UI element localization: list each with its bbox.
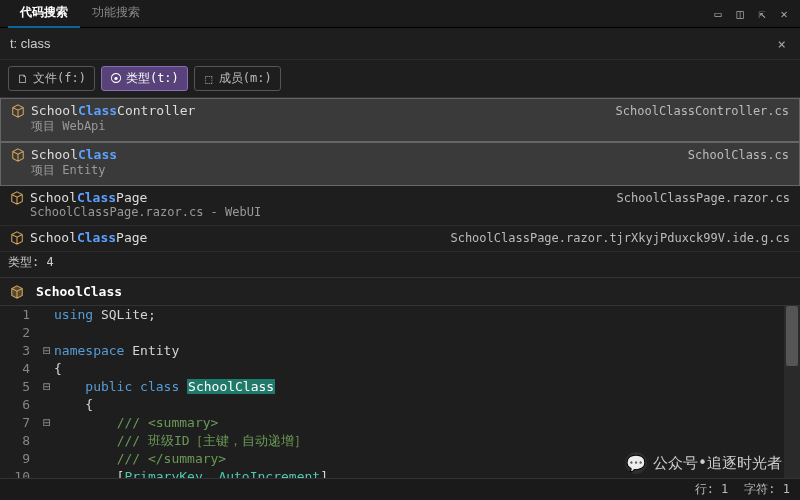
line-number: 7 <box>4 414 40 432</box>
class-icon <box>10 231 24 245</box>
title-bar: 代码搜索 功能搜索 ▭ ◫ ⇱ ✕ <box>0 0 800 28</box>
fold-toggle <box>40 450 54 468</box>
preview-title: SchoolClass <box>36 284 122 299</box>
class-icon <box>11 148 25 162</box>
fold-toggle <box>40 324 54 342</box>
line-number: 6 <box>4 396 40 414</box>
split-icon[interactable]: ◫ <box>732 6 748 22</box>
tab-feature-search[interactable]: 功能搜索 <box>80 0 152 28</box>
filter-type-label: 类型(t:) <box>126 70 179 87</box>
result-name: SchoolClassController <box>31 103 195 118</box>
fold-toggle <box>40 432 54 450</box>
fold-toggle <box>40 360 54 378</box>
scrollbar[interactable] <box>784 306 800 500</box>
code-line: 3⊟namespace Entity <box>4 342 774 360</box>
fold-toggle <box>40 396 54 414</box>
class-icon <box>10 191 24 205</box>
class-icon <box>10 285 24 299</box>
line-number: 4 <box>4 360 40 378</box>
status-char: 字符: 1 <box>744 481 790 498</box>
code-line: 9 /// </summary> <box>4 450 774 468</box>
scroll-thumb[interactable] <box>786 306 798 366</box>
window-controls: ▭ ◫ ⇱ ✕ <box>710 6 792 22</box>
class-icon <box>11 104 25 118</box>
result-name: SchoolClassPage <box>30 230 147 245</box>
line-number: 2 <box>4 324 40 342</box>
result-file: SchoolClassController.cs <box>616 104 789 118</box>
tab-code-search[interactable]: 代码搜索 <box>8 0 80 28</box>
result-item[interactable]: SchoolClassControllerSchoolClassControll… <box>0 98 800 142</box>
preview-header: SchoolClass <box>0 277 800 306</box>
fold-toggle[interactable]: ⊟ <box>40 414 54 432</box>
line-number: 1 <box>4 306 40 324</box>
code-line: 2 <box>4 324 774 342</box>
search-input[interactable] <box>8 32 772 55</box>
panel-layout-icon[interactable]: ▭ <box>710 6 726 22</box>
result-item[interactable]: SchoolClassPageSchoolClassPage.razor.tjr… <box>0 226 800 252</box>
result-sub: 项目 WebApi <box>11 118 789 135</box>
status-line: 行: 1 <box>695 481 729 498</box>
top-tabs: 代码搜索 功能搜索 <box>8 0 152 28</box>
fold-toggle[interactable]: ⊟ <box>40 342 54 360</box>
filter-member[interactable]: ⬚ 成员(m:) <box>194 66 281 91</box>
code-line: 5⊟ public class SchoolClass <box>4 378 774 396</box>
close-icon[interactable]: ✕ <box>776 6 792 22</box>
clear-search-button[interactable]: × <box>772 36 792 52</box>
member-icon: ⬚ <box>203 73 215 85</box>
line-number: 5 <box>4 378 40 396</box>
type-icon: ⦿ <box>110 73 122 85</box>
result-count: 类型: 4 <box>0 252 800 277</box>
pin-icon[interactable]: ⇱ <box>754 6 770 22</box>
filter-file-label: 文件(f:) <box>33 70 86 87</box>
result-sub: 项目 Entity <box>11 162 789 179</box>
code-line: 6 { <box>4 396 774 414</box>
filter-member-label: 成员(m:) <box>219 70 272 87</box>
result-name: SchoolClassPage <box>30 190 147 205</box>
code-area[interactable]: 1using SQLite;23⊟namespace Entity4{5⊟ pu… <box>0 306 784 500</box>
results-list: SchoolClassControllerSchoolClassControll… <box>0 97 800 252</box>
code-line: 4{ <box>4 360 774 378</box>
code-line: 1using SQLite; <box>4 306 774 324</box>
result-sub: SchoolClassPage.razor.cs - WebUI <box>10 205 790 219</box>
result-item[interactable]: SchoolClassPageSchoolClassPage.razor.csS… <box>0 186 800 226</box>
code-line: 7⊟ /// <summary> <box>4 414 774 432</box>
result-name: SchoolClass <box>31 147 117 162</box>
file-icon: 🗋 <box>17 73 29 85</box>
line-number: 3 <box>4 342 40 360</box>
result-file: SchoolClassPage.razor.cs <box>617 191 790 205</box>
fold-toggle <box>40 306 54 324</box>
result-file: SchoolClassPage.razor.tjrXkyjPduxck99V.i… <box>450 231 790 245</box>
filter-row: 🗋 文件(f:) ⦿ 类型(t:) ⬚ 成员(m:) <box>0 60 800 97</box>
line-number: 8 <box>4 432 40 450</box>
search-row: × <box>0 28 800 60</box>
result-file: SchoolClass.cs <box>688 148 789 162</box>
code-editor: 1using SQLite;23⊟namespace Entity4{5⊟ pu… <box>0 306 800 500</box>
fold-toggle[interactable]: ⊟ <box>40 378 54 396</box>
code-line: 8 /// 班级ID［主键，自动递增］ <box>4 432 774 450</box>
line-number: 9 <box>4 450 40 468</box>
filter-type[interactable]: ⦿ 类型(t:) <box>101 66 188 91</box>
status-bar: 行: 1 字符: 1 <box>0 478 800 500</box>
result-item[interactable]: SchoolClassSchoolClass.cs项目 Entity <box>0 142 800 186</box>
filter-file[interactable]: 🗋 文件(f:) <box>8 66 95 91</box>
